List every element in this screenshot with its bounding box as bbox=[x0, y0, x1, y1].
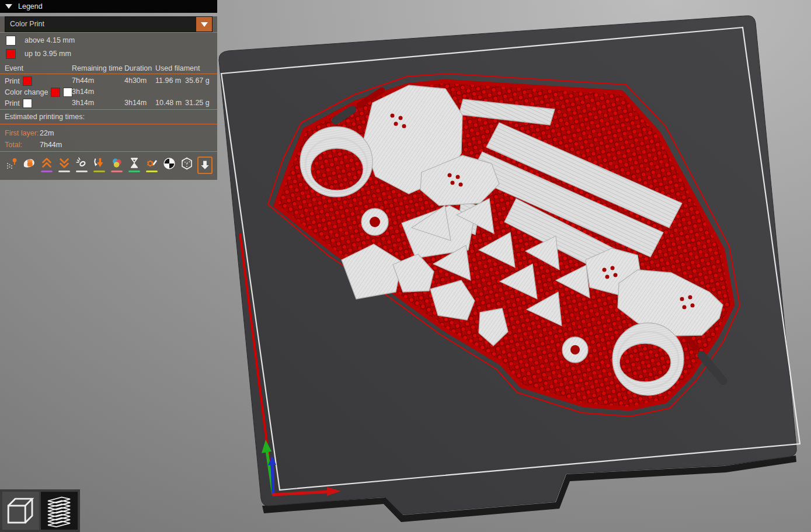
legend-header[interactable]: Legend bbox=[0, 0, 217, 13]
height-range-label: up to 3.95 mm bbox=[25, 50, 71, 58]
legend-body: Color Print above 4.15 mm up to 3.95 mm … bbox=[0, 16, 217, 180]
tool-changes-underline bbox=[93, 171, 105, 172]
event-color-swatch bbox=[63, 88, 72, 97]
event-color-swatch bbox=[23, 99, 32, 108]
height-range-row: above 4.15 mm bbox=[0, 34, 217, 46]
deretractions-underline bbox=[58, 171, 70, 172]
total-value: 7h44m bbox=[40, 141, 62, 149]
height-range-row: up to 3.95 mm bbox=[0, 48, 217, 60]
first-layer-label: First layer: bbox=[5, 129, 39, 137]
event-label: Print bbox=[5, 99, 20, 107]
remaining-time-value: 3h14m bbox=[72, 88, 94, 96]
view-type-select[interactable]: Color Print bbox=[5, 16, 213, 32]
duration-value: 3h14m bbox=[124, 99, 147, 107]
event-label: Color change bbox=[5, 88, 48, 96]
used-filament-g: 35.67 g bbox=[185, 77, 210, 85]
view-type-value: Color Print bbox=[5, 17, 212, 32]
collapse-legend-icon[interactable] bbox=[197, 157, 213, 174]
view-mode-toolbar bbox=[0, 489, 80, 532]
separator bbox=[0, 124, 217, 124]
table-row: Print 3h14m 3h14m 10.48 m 31.25 g bbox=[0, 98, 217, 109]
remaining-time-value: 3h14m bbox=[72, 99, 94, 107]
seams-icon[interactable] bbox=[75, 157, 89, 174]
estimated-times-title: Estimated printing times: bbox=[0, 110, 217, 124]
total-label: Total: bbox=[5, 141, 22, 149]
custom-gcodes-icon[interactable] bbox=[145, 157, 159, 174]
col-remaining-time: Remaining time bbox=[72, 64, 123, 72]
height-range-label: above 4.15 mm bbox=[25, 36, 75, 44]
first-layer-value: 22m bbox=[40, 129, 54, 137]
tool-changes-icon[interactable] bbox=[92, 157, 106, 174]
deretractions-icon[interactable] bbox=[57, 157, 71, 174]
retractions-icon[interactable] bbox=[40, 157, 54, 174]
col-event: Event bbox=[5, 64, 23, 72]
legend-title: Legend bbox=[18, 2, 43, 11]
legend-icon-toolbar bbox=[0, 152, 217, 175]
used-filament-g: 31.25 g bbox=[185, 99, 210, 107]
color-swatch bbox=[6, 36, 16, 46]
used-filament-m: 10.48 m bbox=[155, 99, 182, 107]
used-filament-m: 11.96 m bbox=[155, 77, 181, 85]
color-changes-icon[interactable] bbox=[110, 157, 124, 174]
event-color-swatch bbox=[23, 77, 32, 86]
first-layer-row: First layer: 22m bbox=[0, 128, 217, 140]
view-type-dropdown-button[interactable] bbox=[196, 17, 212, 32]
color-swatch bbox=[6, 49, 16, 59]
legend-panel: Legend Color Print above 4.15 mm up to 3… bbox=[0, 0, 217, 180]
seams-underline bbox=[76, 171, 88, 172]
separator bbox=[0, 74, 217, 74]
chevron-down-icon bbox=[201, 22, 208, 27]
preview-view-button[interactable] bbox=[41, 492, 78, 530]
layers-icon bbox=[43, 494, 76, 528]
col-used-filament: Used filament bbox=[155, 64, 200, 72]
event-color-swatch bbox=[51, 88, 60, 97]
pause-prints-icon[interactable] bbox=[127, 157, 141, 174]
remaining-time-value: 7h44m bbox=[72, 77, 94, 85]
retractions-underline bbox=[41, 171, 53, 172]
travels-icon[interactable] bbox=[5, 157, 19, 174]
collapse-triangle-icon[interactable] bbox=[5, 4, 12, 9]
table-row: Print 7h44m 4h30m 11.96 m 35.67 g bbox=[0, 76, 217, 87]
events-table-header: Event Remaining time Duration Used filam… bbox=[0, 64, 217, 74]
duration-value: 4h30m bbox=[124, 77, 147, 85]
custom-gcodes-underline bbox=[146, 171, 158, 172]
center-of-gravity-icon[interactable] bbox=[162, 157, 176, 174]
gcode-preview-window: Legend Color Print above 4.15 mm up to 3… bbox=[0, 0, 811, 532]
table-row: Color change 3h14m bbox=[0, 87, 217, 98]
wipe-icon[interactable] bbox=[22, 157, 36, 174]
color-changes-underline bbox=[111, 171, 123, 172]
shells-icon[interactable] bbox=[180, 157, 194, 174]
pause-prints-underline bbox=[128, 171, 140, 172]
separator bbox=[0, 32, 217, 33]
total-row: Total: 7h44m bbox=[0, 140, 217, 151]
cube-icon bbox=[4, 494, 38, 528]
3d-editor-view-button[interactable] bbox=[2, 492, 39, 530]
event-label: Print bbox=[5, 77, 20, 85]
col-duration: Duration bbox=[124, 64, 152, 72]
